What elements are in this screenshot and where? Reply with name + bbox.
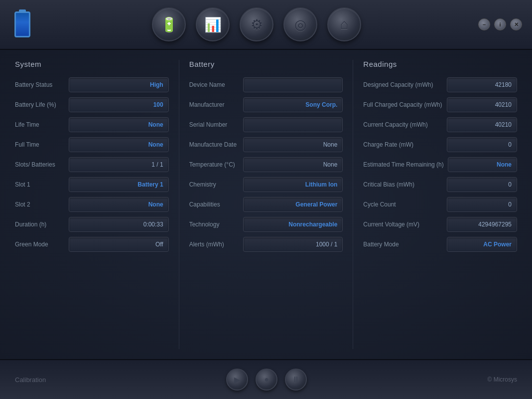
field-row-3: Full TimeNone [15, 137, 169, 152]
field-row-8: Alerts (mWh)1000 / 1 [189, 237, 343, 252]
readings-column: Readings Designed Capacity (mWh)42180Ful… [358, 60, 517, 349]
field-row-4: Slots/ Batteries1 / 1 [15, 157, 169, 172]
field-row-8: Battery ModeAC Power [363, 237, 517, 252]
field-label-7: Current Voltage (mV) [363, 221, 443, 228]
field-row-7: Duration (h)0:00:33 [15, 217, 169, 232]
field-value-6: None [69, 197, 169, 212]
field-row-0: Designed Capacity (mWh)42180 [363, 77, 517, 92]
field-value-8: 1000 / 1 [243, 237, 343, 252]
battery-fields: Device NameManufacturerSony Corp.Serial … [189, 77, 343, 252]
field-row-2: Serial Number [189, 117, 343, 132]
battery-title: Battery [189, 60, 343, 68]
field-label-0: Designed Capacity (mWh) [363, 81, 443, 88]
field-label-8: Alerts (mWh) [189, 241, 239, 248]
field-value-1: Sony Corp. [243, 97, 343, 112]
field-value-8: AC Power [447, 237, 517, 252]
field-row-1: ManufacturerSony Corp. [189, 97, 343, 112]
field-row-3: Charge Rate (mW)0 [363, 137, 517, 152]
field-label-3: Full Time [15, 141, 65, 148]
field-value-7: 4294967295 [447, 217, 517, 232]
field-label-7: Duration (h) [15, 221, 65, 228]
header: 🔋📊⚙◎⌂ –i✕ [0, 0, 532, 50]
calibration-label: Calibration [15, 376, 46, 384]
field-value-3: 0 [447, 137, 517, 152]
readings-fields: Designed Capacity (mWh)42180Full Charged… [363, 77, 517, 252]
field-label-8: Battery Mode [363, 241, 443, 248]
field-row-2: Life TimeNone [15, 117, 169, 132]
divider-2 [353, 60, 353, 349]
settings-nav-icon: ⚙ [251, 16, 263, 33]
play-button[interactable]: ▶ [226, 369, 248, 391]
field-value-3: None [69, 137, 169, 152]
field-label-1: Battery Life (%) [15, 101, 65, 108]
field-value-1: 100 [69, 97, 169, 112]
pause-button[interactable]: ⏸ [285, 369, 307, 391]
stop-button[interactable]: ● [256, 369, 277, 391]
window-controls: –i✕ [478, 18, 522, 30]
field-row-4: Temperature (°C)None [189, 157, 343, 172]
footer-controls: ▶●⏸ [226, 369, 307, 391]
field-row-0: Battery StatusHigh [15, 77, 169, 92]
field-value-6: General Power [243, 197, 343, 212]
field-row-6: Cycle Count0 [363, 197, 517, 212]
field-row-2: Current Capacity (mWh)40210 [363, 117, 517, 132]
field-row-6: CapabilitiesGeneral Power [189, 197, 343, 212]
field-value-0: 42180 [447, 77, 517, 92]
field-value-3: None [243, 137, 343, 152]
field-label-1: Manufacturer [189, 101, 239, 108]
field-value-4: 1 / 1 [69, 157, 169, 172]
nav-bar: 🔋📊⚙◎⌂ [50, 7, 463, 41]
field-label-6: Cycle Count [363, 201, 443, 208]
field-value-0: High [69, 77, 169, 92]
minimize-button[interactable]: – [478, 18, 490, 30]
field-value-7: Nonrechargeable [243, 217, 343, 232]
field-label-7: Technology [189, 221, 239, 228]
field-value-7: 0:00:33 [69, 217, 169, 232]
info-button[interactable]: i [494, 18, 506, 30]
field-row-7: Current Voltage (mV)4294967295 [363, 217, 517, 232]
stats-nav-button[interactable]: 📊 [196, 7, 230, 41]
battery-nav-icon: 🔋 [160, 16, 178, 33]
system-column: System Battery StatusHighBattery Life (%… [15, 60, 174, 349]
stats-nav-icon: 📊 [204, 16, 222, 33]
battery-column: Battery Device NameManufacturerSony Corp… [184, 60, 348, 349]
field-label-6: Slot 2 [15, 201, 65, 208]
field-label-6: Capabilities [189, 201, 239, 208]
close-button[interactable]: ✕ [510, 18, 522, 30]
readings-title: Readings [363, 60, 517, 68]
field-label-4: Temperature (°C) [189, 161, 239, 168]
field-label-5: Slot 1 [15, 181, 65, 188]
divider-1 [179, 60, 179, 349]
field-label-0: Device Name [189, 81, 239, 88]
battery-icon [14, 11, 30, 37]
field-value-2: 40210 [447, 117, 517, 132]
battery-nav-button[interactable]: 🔋 [152, 7, 186, 41]
field-value-1: 40210 [447, 97, 517, 112]
field-value-5: Battery 1 [69, 177, 169, 192]
field-row-1: Full Charged Capacity (mWh)40210 [363, 97, 517, 112]
field-row-5: Slot 1Battery 1 [15, 177, 169, 192]
target-nav-button[interactable]: ◎ [283, 7, 317, 41]
field-row-5: Critical Bias (mWh)0 [363, 177, 517, 192]
field-label-1: Full Charged Capacity (mWh) [363, 101, 443, 108]
settings-nav-button[interactable]: ⚙ [240, 7, 273, 41]
field-label-0: Battery Status [15, 81, 65, 88]
system-title: System [15, 60, 169, 68]
field-row-4: Estimated Time Remaining (h)None [363, 157, 517, 172]
field-label-2: Serial Number [189, 121, 239, 128]
field-label-5: Chemistry [189, 181, 239, 188]
target-nav-icon: ◎ [294, 16, 306, 33]
field-row-1: Battery Life (%)100 [15, 97, 169, 112]
app-logo [10, 9, 35, 39]
field-row-3: Manufacture DateNone [189, 137, 343, 152]
home-nav-button[interactable]: ⌂ [327, 7, 361, 41]
field-value-5: Lithium Ion [243, 177, 343, 192]
field-label-4: Estimated Time Remaining (h) [363, 161, 443, 168]
system-fields: Battery StatusHighBattery Life (%)100Lif… [15, 77, 169, 252]
field-label-2: Current Capacity (mWh) [363, 121, 443, 128]
field-label-8: Green Mode [15, 241, 65, 248]
footer: Calibration ▶●⏸ © Microsys [0, 359, 532, 399]
field-value-5: 0 [447, 177, 517, 192]
field-value-6: 0 [447, 197, 517, 212]
field-label-4: Slots/ Batteries [15, 161, 65, 168]
